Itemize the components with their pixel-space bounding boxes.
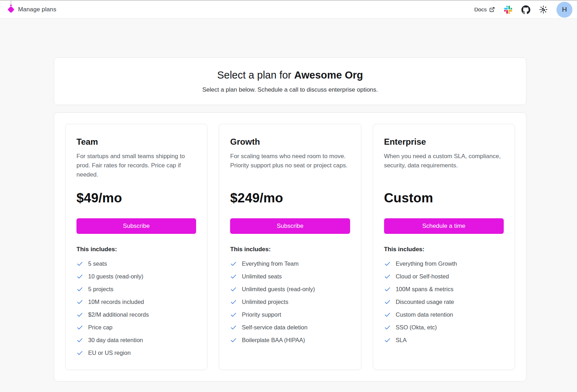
feature-item: EU or US region bbox=[76, 346, 196, 359]
hero-subtitle: Select a plan below. Schedule a call to … bbox=[202, 86, 378, 93]
feature-item: Boilerplate BAA (HIPAA) bbox=[230, 334, 350, 346]
feature-label: Priority support bbox=[242, 311, 281, 318]
feature-list: Everything from Growth Cloud or Self-hos… bbox=[384, 257, 504, 346]
feature-item: Cloud or Self-hosted bbox=[384, 270, 504, 283]
check-icon bbox=[230, 311, 237, 318]
feature-label: $2/M additional records bbox=[88, 311, 149, 318]
feature-item: 10 guests (read-only) bbox=[76, 270, 196, 283]
plan-price: Custom bbox=[384, 191, 504, 206]
top-bar: Manage plans Docs bbox=[0, 0, 577, 19]
check-icon bbox=[384, 286, 391, 293]
plan-card: Growth For scaling teams who need room t… bbox=[219, 124, 361, 370]
feature-label: 10M records included bbox=[88, 299, 144, 305]
feature-label: 100M spans & metrics bbox=[396, 286, 453, 293]
check-icon bbox=[230, 260, 237, 267]
feature-item: Price cap bbox=[76, 321, 196, 334]
feature-label: Self-service data deletion bbox=[242, 324, 307, 331]
check-icon bbox=[230, 324, 237, 331]
check-icon bbox=[384, 273, 391, 280]
feature-item: 100M spans & metrics bbox=[384, 283, 504, 295]
plans-grid: Team For startups and small teams shippi… bbox=[65, 124, 515, 370]
plans-section: Team For startups and small teams shippi… bbox=[54, 113, 526, 381]
plan-card: Enterprise When you need a custom SLA, c… bbox=[373, 124, 515, 370]
feature-label: Boilerplate BAA (HIPAA) bbox=[242, 337, 305, 344]
check-icon bbox=[384, 311, 391, 318]
plan-name: Team bbox=[76, 137, 196, 147]
page-title: Manage plans bbox=[18, 6, 56, 13]
feature-item: 5 seats bbox=[76, 257, 196, 270]
feature-item: Unlimited guests (read-only) bbox=[230, 283, 350, 295]
feature-item: Discounted usage rate bbox=[384, 295, 504, 308]
plan-name: Growth bbox=[230, 137, 350, 147]
plan-cta-button[interactable]: Subscribe bbox=[76, 218, 196, 234]
plan-card: Team For startups and small teams shippi… bbox=[65, 124, 207, 370]
feature-item: Priority support bbox=[230, 308, 350, 321]
feature-label: Unlimited guests (read-only) bbox=[242, 286, 315, 293]
feature-label: Price cap bbox=[88, 324, 113, 331]
check-icon bbox=[76, 350, 83, 356]
feature-item: Self-service data deletion bbox=[230, 321, 350, 334]
check-icon bbox=[230, 273, 237, 280]
check-icon bbox=[230, 299, 237, 305]
hero-title: Select a plan for Awesome Org bbox=[217, 69, 363, 81]
plan-description: When you need a custom SLA, compliance, … bbox=[384, 152, 504, 179]
feature-label: SSO (Okta, etc) bbox=[396, 324, 437, 331]
check-icon bbox=[384, 260, 391, 267]
check-icon bbox=[76, 260, 83, 267]
feature-item: Unlimited seats bbox=[230, 270, 350, 283]
feature-label: 5 projects bbox=[88, 286, 114, 293]
check-icon bbox=[76, 311, 83, 318]
check-icon bbox=[384, 299, 391, 305]
user-avatar[interactable]: H bbox=[556, 2, 572, 18]
check-icon bbox=[384, 337, 391, 344]
docs-link-label: Docs bbox=[474, 6, 487, 13]
trace-connector-line bbox=[11, 1, 11, 5]
select-plan-hero: Select a plan for Awesome Org Select a p… bbox=[54, 57, 526, 105]
feature-label: Everything from Growth bbox=[396, 260, 457, 267]
feature-label: 5 seats bbox=[88, 260, 107, 267]
includes-label: This includes: bbox=[384, 246, 504, 253]
feature-item: Everything from Growth bbox=[384, 257, 504, 270]
header-right: Docs bbox=[474, 2, 572, 18]
theme-toggle-sun-moon-icon[interactable] bbox=[539, 5, 548, 14]
feature-item: SLA bbox=[384, 334, 504, 346]
main-content: Select a plan for Awesome Org Select a p… bbox=[54, 57, 526, 381]
check-icon bbox=[76, 299, 83, 305]
feature-label: Discounted usage rate bbox=[396, 299, 454, 305]
feature-item: 5 projects bbox=[76, 283, 196, 295]
plan-cta-button[interactable]: Subscribe bbox=[230, 218, 350, 234]
check-icon bbox=[76, 337, 83, 344]
header-left: Manage plans bbox=[8, 6, 56, 13]
check-icon bbox=[230, 286, 237, 293]
diamond-logo-icon bbox=[7, 6, 15, 13]
slack-icon[interactable] bbox=[503, 5, 513, 14]
feature-label: 10 guests (read-only) bbox=[88, 273, 143, 280]
includes-label: This includes: bbox=[76, 246, 196, 253]
includes-label: This includes: bbox=[230, 246, 350, 253]
feature-item: Everything from Team bbox=[230, 257, 350, 270]
org-name: Awesome Org bbox=[294, 69, 363, 81]
plan-cta-button[interactable]: Schedule a time bbox=[384, 218, 504, 234]
plan-price: $249/mo bbox=[230, 191, 350, 206]
feature-item: $2/M additional records bbox=[76, 308, 196, 321]
check-icon bbox=[230, 337, 237, 344]
check-icon bbox=[76, 324, 83, 331]
docs-link[interactable]: Docs bbox=[474, 6, 495, 13]
feature-label: EU or US region bbox=[88, 350, 131, 356]
github-icon[interactable] bbox=[521, 5, 530, 14]
feature-label: SLA bbox=[396, 337, 407, 344]
feature-item: SSO (Okta, etc) bbox=[384, 321, 504, 334]
feature-item: 30 day data retention bbox=[76, 334, 196, 346]
hero-title-prefix: Select a plan for bbox=[217, 69, 294, 81]
feature-item: Custom data retention bbox=[384, 308, 504, 321]
feature-label: Custom data retention bbox=[396, 311, 453, 318]
feature-item: Unlimited projects bbox=[230, 295, 350, 308]
avatar-initial: H bbox=[562, 6, 567, 13]
check-icon bbox=[76, 286, 83, 293]
check-icon bbox=[76, 273, 83, 280]
feature-label: Unlimited seats bbox=[242, 273, 282, 280]
feature-label: 30 day data retention bbox=[88, 337, 143, 344]
feature-item: 10M records included bbox=[76, 295, 196, 308]
feature-label: Everything from Team bbox=[242, 260, 298, 267]
feature-label: Unlimited projects bbox=[242, 299, 288, 305]
